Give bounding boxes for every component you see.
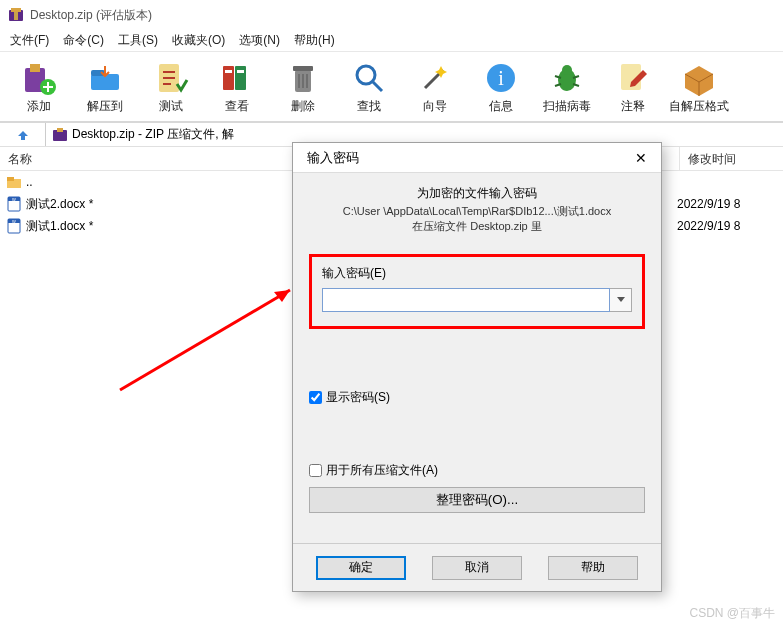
- menu-bar: 文件(F) 命令(C) 工具(S) 收藏夹(O) 选项(N) 帮助(H): [0, 30, 783, 52]
- archive-icon: [52, 127, 68, 143]
- svg-rect-14: [293, 66, 313, 71]
- window-title: Desktop.zip (评估版本): [30, 7, 152, 24]
- close-button[interactable]: ✕: [629, 150, 653, 166]
- tool-find[interactable]: 查找: [336, 56, 402, 121]
- password-highlight-box: 输入密码(E): [309, 254, 645, 329]
- doc-icon: W: [6, 218, 22, 234]
- chevron-down-icon: [617, 297, 625, 303]
- tool-comment[interactable]: 注释: [600, 56, 666, 121]
- bug-icon: [549, 60, 585, 96]
- tool-sfx-label: 自解压格式: [669, 98, 729, 115]
- dialog-header: 为加密的文件输入密码: [309, 185, 645, 202]
- menu-command[interactable]: 命令(C): [57, 30, 110, 51]
- app-icon: [8, 7, 24, 23]
- show-password-checkbox[interactable]: 显示密码(S): [309, 389, 645, 406]
- file-date: 2022/9/19 8: [677, 219, 777, 233]
- folder-extract-icon: [87, 60, 123, 96]
- use-all-label: 用于所有压缩文件(A): [326, 462, 438, 479]
- tool-virus-label: 扫描病毒: [543, 98, 591, 115]
- svg-rect-2: [14, 12, 18, 20]
- dialog-titlebar: 输入密码 ✕: [293, 143, 661, 173]
- address-text: Desktop.zip - ZIP 压缩文件, 解: [72, 126, 234, 143]
- tool-delete[interactable]: 删除: [270, 56, 336, 121]
- show-password-input[interactable]: [309, 391, 322, 404]
- tool-sfx[interactable]: 自解压格式: [666, 56, 732, 121]
- password-label: 输入密码(E): [322, 265, 632, 282]
- show-password-label: 显示密码(S): [326, 389, 390, 406]
- watermark: CSDN @百事牛: [689, 605, 775, 622]
- help-button[interactable]: 帮助: [548, 556, 638, 580]
- search-icon: [351, 60, 387, 96]
- trash-icon: [285, 60, 321, 96]
- folder-up-icon: [6, 174, 22, 190]
- dialog-footer: 确定 取消 帮助: [293, 543, 661, 591]
- tool-view[interactable]: 查看: [204, 56, 270, 121]
- tool-wizard-label: 向导: [423, 98, 447, 115]
- svg-rect-10: [235, 66, 246, 90]
- svg-point-19: [562, 65, 572, 75]
- use-all-input[interactable]: [309, 464, 322, 477]
- test-icon: [153, 60, 189, 96]
- wand-icon: [417, 60, 453, 96]
- info-icon: i: [483, 60, 519, 96]
- svg-rect-24: [7, 177, 14, 181]
- tool-info[interactable]: i 信息: [468, 56, 534, 121]
- archive-add-icon: [21, 60, 57, 96]
- tool-test-label: 测试: [159, 98, 183, 115]
- view-icon: [219, 60, 255, 96]
- address-path[interactable]: Desktop.zip - ZIP 压缩文件, 解: [46, 126, 240, 143]
- menu-help[interactable]: 帮助(H): [288, 30, 341, 51]
- svg-line-33: [120, 290, 290, 390]
- cancel-button[interactable]: 取消: [432, 556, 522, 580]
- dialog-body: 为加密的文件输入密码 C:\User \AppData\Local\Temp\R…: [293, 173, 661, 543]
- tool-delete-label: 删除: [291, 98, 315, 115]
- svg-rect-1: [11, 8, 21, 12]
- tool-wizard[interactable]: 向导: [402, 56, 468, 121]
- tool-find-label: 查找: [357, 98, 381, 115]
- dialog-title: 输入密码: [307, 149, 629, 167]
- svg-rect-11: [225, 70, 232, 73]
- svg-marker-34: [274, 290, 290, 302]
- password-input[interactable]: [322, 288, 610, 312]
- doc-icon: W: [6, 196, 22, 212]
- manage-passwords-button[interactable]: 整理密码(O)...: [309, 487, 645, 513]
- menu-favorites[interactable]: 收藏夹(O): [166, 30, 231, 51]
- use-all-checkbox[interactable]: 用于所有压缩文件(A): [309, 462, 645, 479]
- tool-extract-label: 解压到: [87, 98, 123, 115]
- box-icon: [681, 60, 717, 96]
- tool-view-label: 查看: [225, 98, 249, 115]
- svg-point-15: [357, 66, 375, 84]
- menu-tools[interactable]: 工具(S): [112, 30, 164, 51]
- tool-add[interactable]: 添加: [6, 56, 72, 121]
- nav-up-button[interactable]: [0, 123, 46, 146]
- svg-text:i: i: [498, 67, 504, 89]
- dialog-filepath: C:\User \AppData\Local\Temp\Rar$DIb12...…: [309, 204, 645, 219]
- dialog-archive-line: 在压缩文件 Desktop.zip 里: [309, 219, 645, 234]
- tool-add-label: 添加: [27, 98, 51, 115]
- ok-button[interactable]: 确定: [316, 556, 406, 580]
- comment-icon: [615, 60, 651, 96]
- menu-file[interactable]: 文件(F): [4, 30, 55, 51]
- svg-text:W: W: [12, 219, 16, 224]
- tool-extract[interactable]: 解压到: [72, 56, 138, 121]
- toolbar: 添加 解压到 测试 查看 删除 查找 向导 i 信息 扫描病毒 注释 自解压格式: [0, 52, 783, 123]
- tool-info-label: 信息: [489, 98, 513, 115]
- col-modified[interactable]: 修改时间: [680, 147, 783, 170]
- svg-rect-4: [30, 64, 40, 72]
- svg-rect-12: [237, 70, 244, 73]
- window-titlebar: Desktop.zip (评估版本): [0, 0, 783, 30]
- password-dropdown-button[interactable]: [610, 288, 632, 312]
- tool-test[interactable]: 测试: [138, 56, 204, 121]
- file-date: 2022/9/19 8: [677, 197, 777, 211]
- svg-text:W: W: [12, 197, 16, 202]
- tool-virus[interactable]: 扫描病毒: [534, 56, 600, 121]
- annotation-arrow: [110, 270, 310, 400]
- menu-options[interactable]: 选项(N): [233, 30, 286, 51]
- tool-comment-label: 注释: [621, 98, 645, 115]
- svg-rect-9: [223, 66, 234, 90]
- password-dialog: 输入密码 ✕ 为加密的文件输入密码 C:\User \AppData\Local…: [292, 142, 662, 592]
- svg-rect-22: [57, 128, 63, 132]
